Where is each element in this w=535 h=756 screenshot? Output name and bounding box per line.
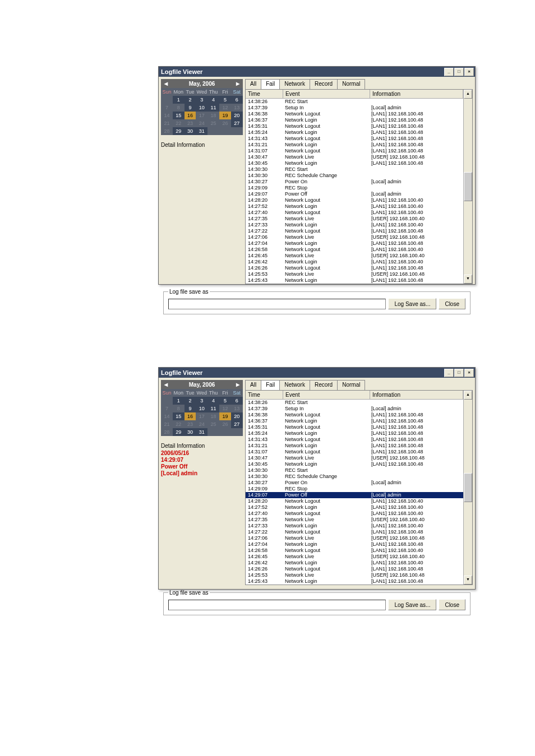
calendar-day[interactable]: 28: [161, 127, 173, 135]
tab-network[interactable]: Network: [279, 79, 310, 89]
calendar-day[interactable]: 17: [196, 412, 207, 420]
log-row[interactable]: 14:27:06Network Live[USER] 192.168.100.4…: [246, 234, 463, 240]
calendar-day[interactable]: 15: [173, 112, 185, 119]
log-row[interactable]: 14:29:07Power Off[Local] admin: [246, 492, 463, 498]
log-row[interactable]: 14:27:22Network Logout[LAN1] 192.168.100…: [246, 529, 463, 535]
scroll-up-icon[interactable]: ▲: [464, 391, 472, 400]
log-row[interactable]: 14:31:21Network Login[LAN1] 192.168.100.…: [246, 142, 463, 148]
calendar-day[interactable]: 29: [173, 428, 185, 436]
log-row[interactable]: 14:36:37Network Login[LAN1] 192.168.100.…: [246, 418, 463, 424]
calendar-day[interactable]: 9: [185, 405, 196, 412]
log-row[interactable]: 14:36:37Network Login[LAN1] 192.168.100.…: [246, 117, 463, 123]
log-row[interactable]: 14:37:39Setup In[Local] admin: [246, 105, 463, 111]
log-row[interactable]: 14:30:47Network Live[USER] 192.168.100.4…: [246, 455, 463, 461]
calendar-day[interactable]: 22: [173, 119, 185, 127]
calendar-day[interactable]: 13: [231, 104, 243, 112]
next-month-icon[interactable]: ▶: [236, 81, 239, 86]
log-row[interactable]: 14:28:20Network Logout[LAN1] 192.168.100…: [246, 498, 463, 504]
titlebar[interactable]: Logfile Viewer _ □ ×: [159, 368, 475, 378]
calendar-day[interactable]: 14: [161, 112, 173, 119]
tab-record[interactable]: Record: [310, 79, 338, 89]
log-row[interactable]: 14:30:30REC Start: [246, 467, 463, 474]
calendar-day[interactable]: 18: [207, 412, 219, 420]
log-row[interactable]: 14:25:43Network Login[LAN1] 192.168.100.…: [246, 578, 463, 585]
col-event[interactable]: Event: [283, 90, 370, 98]
log-row[interactable]: 14:30:45Network Login[LAN1] 192.168.100.…: [246, 160, 463, 166]
minimize-button[interactable]: _: [444, 68, 454, 76]
calendar-day[interactable]: 19: [219, 112, 231, 119]
prev-month-icon[interactable]: ◀: [164, 382, 168, 387]
log-row[interactable]: 14:27:06Network Live[USER] 192.168.100.4…: [246, 535, 463, 541]
tab-record[interactable]: Record: [310, 380, 338, 390]
tab-normal[interactable]: Normal: [337, 79, 365, 89]
tab-all[interactable]: All: [245, 79, 261, 89]
tab-network[interactable]: Network: [279, 380, 310, 390]
calendar-day[interactable]: 8: [173, 104, 185, 112]
col-time[interactable]: Time: [246, 90, 283, 98]
log-row[interactable]: 14:31:07Network Logout[LAN1] 192.168.100…: [246, 148, 463, 154]
log-row[interactable]: 14:26:26Network Logout[LAN1] 192.168.100…: [246, 566, 463, 572]
calendar-day[interactable]: 30: [185, 428, 196, 436]
log-row[interactable]: 14:36:38Network Logout[LAN1] 192.168.100…: [246, 111, 463, 117]
calendar-day[interactable]: 8: [173, 405, 185, 412]
log-save-as-button[interactable]: Log Save as...: [388, 599, 436, 610]
scroll-down-icon[interactable]: ▼: [464, 275, 472, 284]
calendar-day[interactable]: 13: [231, 405, 243, 412]
log-row[interactable]: 14:28:20Network Logout[LAN1] 192.168.100…: [246, 197, 463, 203]
log-row[interactable]: 14:35:31Network Logout[LAN1] 192.168.100…: [246, 424, 463, 430]
calendar-day[interactable]: 26: [219, 420, 231, 428]
log-row[interactable]: 14:26:42Network Login[LAN1] 192.168.100.…: [246, 560, 463, 566]
calendar-day[interactable]: 21: [161, 420, 173, 428]
log-row[interactable]: 14:26:45Network Live[USER] 192.168.100.4…: [246, 253, 463, 259]
calendar-day[interactable]: 28: [161, 428, 173, 436]
calendar-day[interactable]: 6: [231, 96, 243, 104]
tab-fail[interactable]: Fail: [261, 380, 280, 390]
log-row[interactable]: 14:31:43Network Logout[LAN1] 192.168.100…: [246, 437, 463, 443]
calendar-day[interactable]: 3: [196, 96, 207, 104]
calendar-day[interactable]: 25: [207, 119, 219, 127]
col-event[interactable]: Event: [283, 391, 370, 399]
calendar-day[interactable]: 21: [161, 119, 173, 127]
calendar-day[interactable]: 9: [185, 104, 196, 112]
scrollbar[interactable]: ▲ ▼: [463, 90, 472, 284]
log-row[interactable]: 14:26:45Network Live[USER] 192.168.100.4…: [246, 554, 463, 560]
tab-all[interactable]: All: [245, 380, 261, 390]
calendar-day[interactable]: 24: [196, 420, 207, 428]
log-row[interactable]: 14:26:42Network Login[LAN1] 192.168.100.…: [246, 259, 463, 265]
log-row[interactable]: 14:30:45Network Login[LAN1] 192.168.100.…: [246, 461, 463, 467]
close-window-button[interactable]: ×: [464, 369, 474, 377]
col-time[interactable]: Time: [246, 391, 283, 399]
calendar-day[interactable]: 30: [185, 127, 196, 135]
log-row[interactable]: 14:27:40Network Logout[LAN1] 192.168.100…: [246, 511, 463, 517]
calendar-day[interactable]: 27: [231, 119, 243, 127]
save-path-input[interactable]: [168, 299, 386, 309]
calendar-day[interactable]: 2: [185, 96, 196, 104]
log-row[interactable]: 14:25:53Network Live[USER] 192.168.100.4…: [246, 271, 463, 277]
log-row[interactable]: 14:29:09REC Stop: [246, 185, 463, 191]
calendar-day[interactable]: 4: [207, 397, 219, 405]
calendar-day[interactable]: 26: [219, 119, 231, 127]
calendar-day[interactable]: 27: [231, 420, 243, 428]
calendar-day[interactable]: 24: [196, 119, 207, 127]
calendar-day[interactable]: 11: [207, 104, 219, 112]
calendar-day[interactable]: 7: [161, 104, 173, 112]
log-row[interactable]: 14:30:30REC Schedule Change: [246, 474, 463, 480]
calendar-day[interactable]: 18: [207, 112, 219, 119]
calendar-day[interactable]: 12: [219, 405, 231, 412]
calendar-day[interactable]: 14: [161, 412, 173, 420]
scrollbar[interactable]: ▲ ▼: [463, 391, 472, 585]
calendar-day[interactable]: 31: [196, 428, 207, 436]
calendar-day[interactable]: 4: [207, 96, 219, 104]
calendar-day[interactable]: 23: [185, 420, 196, 428]
calendar-day[interactable]: 10: [196, 405, 207, 412]
log-row[interactable]: 14:25:53Network Live[USER] 192.168.100.4…: [246, 572, 463, 578]
calendar-day[interactable]: 20: [231, 112, 243, 119]
log-row[interactable]: 14:31:43Network Logout[LAN1] 192.168.100…: [246, 136, 463, 142]
log-row[interactable]: 14:25:43Network Login[LAN1] 192.168.100.…: [246, 277, 463, 284]
log-row[interactable]: 14:35:24Network Login[LAN1] 192.168.100.…: [246, 430, 463, 437]
calendar-day[interactable]: 1: [173, 96, 185, 104]
calendar-day[interactable]: 31: [196, 127, 207, 135]
log-row[interactable]: 14:36:38Network Logout[LAN1] 192.168.100…: [246, 412, 463, 418]
log-row[interactable]: 14:27:33Network Login[LAN1] 192.168.100.…: [246, 523, 463, 529]
scroll-thumb[interactable]: [464, 473, 472, 502]
